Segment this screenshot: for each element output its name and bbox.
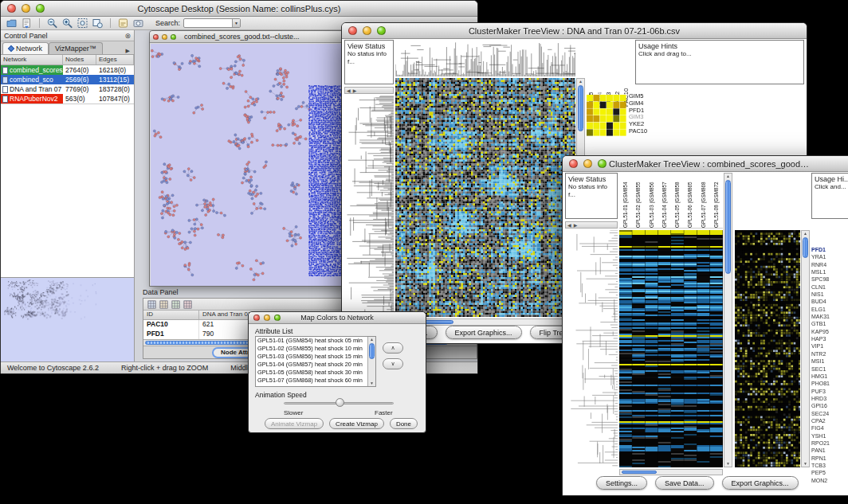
zoom-window-icon[interactable] [377,26,386,35]
scroll-right-icon[interactable]: ▶ [574,222,578,228]
close-window-icon[interactable] [253,315,260,321]
delete-column-icon[interactable] [183,300,192,309]
gene-label: SPC98 [811,275,848,283]
scroll-right-icon[interactable]: ▶ [353,88,357,93]
close-icon[interactable]: ⊗ [124,32,131,40]
zoom-window-icon[interactable] [36,4,45,13]
network-list-row[interactable]: DNA and Tran 077769(0)183728(0) [1,84,134,94]
attribute-list-item[interactable]: GPL51-03 (GSM856) heat shock 15 min [256,353,367,361]
zoom-window-icon[interactable] [171,34,176,40]
attribute-list-item[interactable]: GPL51-07 (GSM868) heat shock 60 min [256,377,367,385]
zoom-in-icon[interactable] [61,18,73,29]
tab-network[interactable]: Network [2,42,49,54]
done-button[interactable]: Done [390,418,418,429]
attribute-list-item[interactable]: GPL51-02 (GSM855) heat shock 10 min [256,345,367,353]
network-overview-canvas[interactable] [1,277,134,361]
close-window-icon[interactable] [7,4,16,13]
heatmap-canvas[interactable] [395,78,575,317]
heatmap-column-label: GPL51-01 (GSM854 [619,173,632,228]
zoom-window-icon[interactable] [598,159,607,168]
gene-label: PUF3 [811,388,848,395]
scroll-up-icon[interactable]: ▲ [368,337,375,342]
vscroll-thumb[interactable] [725,180,731,274]
cluster-matrix-canvas[interactable] [587,95,626,136]
search-input[interactable]: ▼ [183,18,241,28]
combo-arrow-icon[interactable]: ▼ [232,19,240,27]
network-list-row[interactable]: RNAPuberNov2563(0)107847(0) [1,94,134,104]
attribute-header-cell: ID [143,311,199,319]
open-folder-icon[interactable] [6,18,18,29]
close-window-icon[interactable] [348,26,357,35]
cytoscape-titlebar[interactable]: Cytoscape Desktop (Session Name: collins… [1,1,477,17]
attribute-list-item[interactable]: GPL51-04 (GSM857) heat shock 20 min [256,361,367,369]
scroll-down-icon[interactable]: ▼ [802,461,809,467]
treeview-dna-titlebar[interactable]: ClusterMaker TreeView : DNA and Tran 07-… [342,23,807,39]
minimize-window-icon[interactable] [363,26,371,35]
attribute-table-icon[interactable] [159,300,168,309]
scroll-up-icon[interactable]: ▲ [577,79,584,84]
desktop: Cytoscape Desktop (Session Name: collins… [0,0,848,504]
network-name: combined_scores [10,66,63,74]
tab-overflow-icon[interactable]: ▶ [122,48,134,54]
toolbar-separator [39,18,40,28]
settings-button[interactable]: Settings... [596,476,647,490]
treeview-combined-titlebar[interactable]: ClusterMaker TreeView : combined_scores_… [563,156,848,172]
status-message: Welcome to Cytoscape 2.6.2 [7,364,99,372]
minimize-window-icon[interactable] [162,34,167,40]
dialog-buttons: Animate VizmapCreate VizmapDone [265,418,418,429]
scroll-up-icon[interactable]: ▲ [802,231,809,236]
zoom-out-icon[interactable] [46,18,58,29]
import-icon[interactable] [21,18,33,29]
vscroll-thumb[interactable] [369,343,375,359]
vscroll-thumb[interactable] [578,85,583,131]
scroll-up-icon[interactable]: ▲ [724,174,732,179]
gene-label: HRD3 [811,395,848,402]
minimize-window-icon[interactable] [264,315,270,321]
minimize-window-icon[interactable] [22,4,30,13]
document-icon [2,86,8,93]
network-view-titlebar[interactable]: combined_scores_good.txt--cluste... [150,31,344,43]
attribute-list-item[interactable]: GPL51-05 (GSM858) heat shock 30 min [256,369,367,377]
annotation-icon[interactable] [117,18,129,29]
export-graphics-button[interactable]: Export Graphics... [722,476,799,490]
matrix-icon[interactable] [171,300,180,309]
close-window-icon[interactable] [569,159,578,168]
slider-thumb[interactable] [336,398,344,407]
network-graph-canvas[interactable] [151,44,344,286]
row-dendrogram-canvas[interactable] [344,96,394,317]
dialog-title: Map Colors to Network [281,314,394,322]
network-name-cell: combined_scores [1,65,63,75]
close-window-icon[interactable] [153,34,159,40]
scroll-left-icon[interactable]: ◀ [567,222,571,228]
table-icon[interactable] [147,300,156,309]
scroll-down-icon[interactable]: ▼ [724,461,732,467]
dialog-titlebar[interactable]: Map Colors to Network [249,312,426,324]
zoom-window-icon[interactable] [274,315,281,321]
scroll-left-icon[interactable]: ◀ [347,88,351,93]
vscroll-thumb[interactable] [803,237,808,258]
move-down-button[interactable]: ∨ [383,358,403,369]
tab-vizmapper[interactable]: VizMapper™ [49,42,103,54]
row-dendrogram-canvas[interactable] [565,230,618,467]
scroll-down-icon[interactable]: ▼ [368,381,375,386]
network-nodes-cell: 7769(0) [63,85,96,93]
export-graphics-button[interactable]: Export Graphics... [446,326,522,339]
column-dendrogram-canvas[interactable] [395,40,575,76]
move-up-button[interactable]: ∧ [383,342,403,354]
row-tree-hscrollbar[interactable]: ◀ ▶ [344,87,394,94]
network-nodes-cell: 563(0) [63,95,96,103]
network-list-row[interactable]: combined_sco2569(6)13112(15) [1,75,134,84]
minimize-window-icon[interactable] [583,159,592,168]
secondary-heatmap-canvas[interactable] [735,230,800,467]
zoom-fit-icon[interactable] [77,18,88,29]
network-list-row[interactable]: combined_scores2764(0)16218(0) [1,65,134,75]
network-table: combined_scores2764(0)16218(0)combined_s… [1,65,134,104]
attribute-list-item[interactable]: GPL51-01 (GSM854) heat shock 05 min [256,337,367,345]
zoom-region-icon[interactable] [92,18,104,29]
snapshot-icon[interactable] [132,18,144,29]
heatmap-canvas[interactable] [619,230,723,467]
hscroll-thumb[interactable] [622,471,657,474]
save-data-button[interactable]: Save Data... [655,476,714,490]
row-tree-hscrollbar[interactable]: ◀ ▶ [565,221,618,229]
create-vizmap-button[interactable]: Create Vizmap [329,418,384,429]
